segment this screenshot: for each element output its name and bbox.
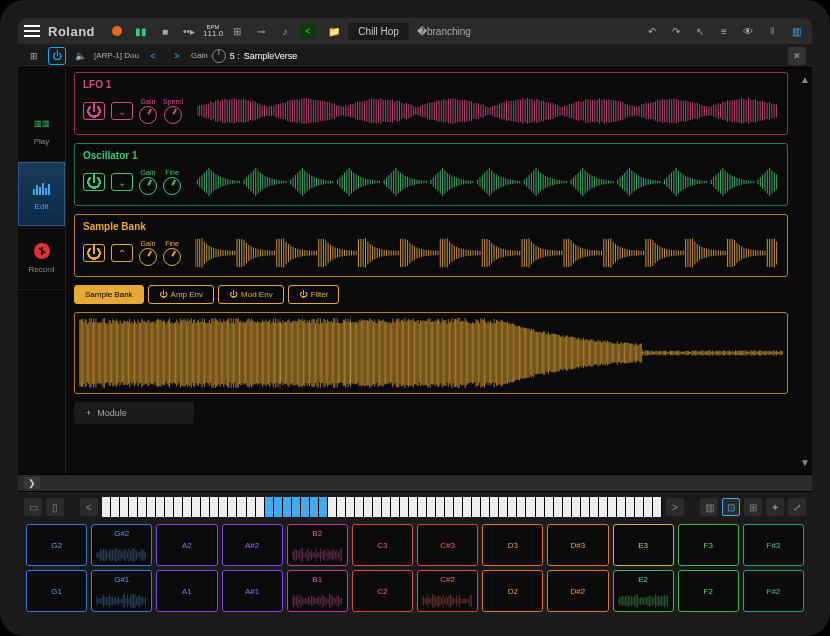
pad-fsharp3[interactable]: F#3 (743, 524, 804, 566)
pad-g2[interactable]: G2 (26, 524, 87, 566)
pad-fsharp2[interactable]: F#2 (743, 570, 804, 612)
svg-rect-0 (33, 189, 35, 195)
lfo-gain-knob[interactable] (139, 106, 157, 124)
sample-power-button[interactable]: ⏻ (83, 244, 105, 262)
menu-icon[interactable] (24, 24, 40, 38)
panel-expand-button[interactable]: ❯ (18, 474, 812, 492)
lfo-waveform (197, 94, 779, 128)
grid-toggle-icon[interactable]: ⊞ (24, 46, 44, 66)
pad-asharp1[interactable]: A#1 (222, 570, 283, 612)
kb-octave-up-button[interactable]: > (666, 498, 684, 516)
undo-button[interactable]: ↶ (642, 21, 662, 41)
sidebar-item-record[interactable]: Record (18, 226, 65, 290)
kb-mode-piano-icon[interactable]: ▥ (700, 498, 718, 516)
module-title: Oscillator 1 (83, 150, 779, 161)
gain-knob[interactable] (212, 49, 226, 63)
sample-waveform-display[interactable] (74, 312, 788, 394)
pad-b1[interactable]: B1 (287, 570, 348, 612)
stop-button[interactable]: ■ (155, 21, 175, 41)
osc-gain-knob[interactable] (139, 177, 157, 195)
tab-amp-env[interactable]: ⏻Amp Env (148, 285, 214, 304)
pad-grid: G2G#2A2A#2B2C3C#3D3D#3E3F3F#3G1G#1A1A#1B… (24, 518, 806, 614)
kb-octave-down-button[interactable]: < (80, 498, 98, 516)
svg-rect-2 (39, 187, 41, 195)
kb-mode-pads-icon[interactable]: ⊡ (722, 498, 740, 516)
sample-waveform (195, 236, 779, 270)
kb-view1-icon[interactable]: ▭ (24, 498, 42, 516)
pad-gsharp2[interactable]: G#2 (91, 524, 152, 566)
pad-a1[interactable]: A1 (156, 570, 217, 612)
back-button[interactable]: < (299, 24, 316, 38)
tab-sample-bank[interactable]: Sample Bank (74, 285, 144, 304)
patch-number: 5 : (230, 51, 240, 61)
pad-asharp2[interactable]: A#2 (222, 524, 283, 566)
bpm-display[interactable]: BPM 111.0 (203, 24, 223, 38)
svg-rect-4 (45, 188, 47, 195)
module-title: Sample Bank (83, 221, 779, 232)
preset-name[interactable]: [ARP-1] Dou (94, 51, 139, 60)
kb-expand-icon[interactable]: ⤢ (788, 498, 806, 516)
pad-csharp3[interactable]: C#3 (417, 524, 478, 566)
pad-dsharp2[interactable]: D#2 (547, 570, 608, 612)
pad-d2[interactable]: D2 (482, 570, 543, 612)
module-power-button[interactable]: ⏻ (48, 47, 66, 65)
gain-label: Gain (191, 51, 208, 60)
pad-e3[interactable]: E3 (613, 524, 674, 566)
kb-settings-icon[interactable]: ✦ (766, 498, 784, 516)
pad-a2[interactable]: A2 (156, 524, 217, 566)
play-view-icon: ▥▥ (32, 113, 52, 133)
pad-dsharp3[interactable]: D#3 (547, 524, 608, 566)
metronome-icon[interactable]: ♪ (275, 21, 295, 41)
pad-c3[interactable]: C3 (352, 524, 413, 566)
sample-fine-knob[interactable] (163, 248, 181, 266)
lfo-power-button[interactable]: ⏻ (83, 102, 105, 120)
grid-icon[interactable]: ⊞ (227, 21, 247, 41)
osc-fine-knob[interactable] (163, 177, 181, 195)
sample-expand-button[interactable]: ⌃ (111, 244, 133, 262)
sidebar-item-play[interactable]: ▥▥ Play (18, 98, 65, 162)
keyboard-icon[interactable]: ▥ (786, 21, 806, 41)
sidebar-item-edit[interactable]: Edit (18, 162, 65, 226)
add-module-button[interactable]: + Module (74, 402, 194, 424)
top-toolbar: Roland ▮▮ ■ ••▸ BPM 111.0 ⊞ ⊸ ♪ < 📁 Chil… (18, 18, 812, 44)
preset-next-button[interactable]: > (167, 46, 187, 66)
lfo-collapse-button[interactable]: ⌄ (111, 102, 133, 120)
kb-mode-grid-icon[interactable]: ⊞ (744, 498, 762, 516)
pad-d3[interactable]: D3 (482, 524, 543, 566)
redo-button[interactable]: ↷ (666, 21, 686, 41)
osc-power-button[interactable]: ⏻ (83, 173, 105, 191)
pad-b2[interactable]: B2 (287, 524, 348, 566)
piano-keyboard[interactable] (102, 497, 662, 517)
project-name[interactable]: Chill Hop (348, 23, 409, 40)
pad-c2[interactable]: C2 (352, 570, 413, 612)
pad-f2[interactable]: F2 (678, 570, 739, 612)
share-icon[interactable]: �branching (417, 26, 471, 37)
tab-mod-env[interactable]: ⏻Mod Env (218, 285, 284, 304)
pad-g1[interactable]: G1 (26, 570, 87, 612)
pad-f3[interactable]: F3 (678, 524, 739, 566)
tab-filter[interactable]: ⏻Filter (288, 285, 340, 304)
scroll-up-icon[interactable]: ▲ (800, 74, 810, 85)
kb-view2-icon[interactable]: ▯ (46, 498, 64, 516)
close-button[interactable]: ✕ (788, 47, 806, 65)
lfo-speed-knob[interactable] (164, 106, 182, 124)
preset-prev-button[interactable]: < (143, 46, 163, 66)
pad-gsharp1[interactable]: G#1 (91, 570, 152, 612)
pad-e2[interactable]: E2 (613, 570, 674, 612)
scroll-down-icon[interactable]: ▼ (800, 457, 810, 468)
sample-gain-knob[interactable] (139, 248, 157, 266)
speaker-icon[interactable]: 🔈 (70, 46, 90, 66)
pad-csharp2[interactable]: C#2 (417, 570, 478, 612)
folder-icon[interactable]: 📁 (328, 26, 340, 37)
record-button[interactable] (107, 21, 127, 41)
module-oscillator: Oscillator 1 ⏻ ⌄ Gain Fine (74, 143, 788, 206)
loop-button[interactable]: ••▸ (179, 21, 199, 41)
mixer-icon[interactable]: ⫴ (762, 21, 782, 41)
pause-button[interactable]: ▮▮ (131, 21, 151, 41)
keyboard-section: ▭ ▯ < > ▥ ⊡ ⊞ ✦ ⤢ G2G#2A2A#2B2C3C#3D3D#3… (18, 492, 812, 618)
key-icon[interactable]: ⊸ (251, 21, 271, 41)
list-icon[interactable]: ≡ (714, 21, 734, 41)
pointer-icon[interactable]: ↖ (690, 21, 710, 41)
eye-icon[interactable]: 👁 (738, 21, 758, 41)
osc-collapse-button[interactable]: ⌄ (111, 173, 133, 191)
